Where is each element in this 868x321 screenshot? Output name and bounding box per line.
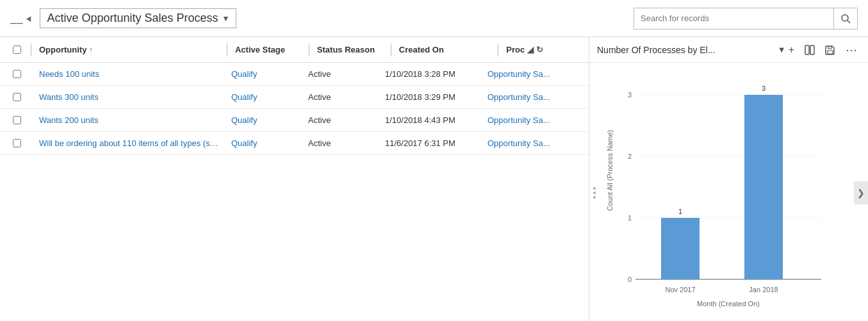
row-divider-3 <box>31 137 31 150</box>
chart-title-dropdown-icon[interactable]: ▼ <box>778 45 786 54</box>
table-row: Wants 200 units Qualify Active 1/10/2018… <box>0 109 589 132</box>
col-divider-3 <box>391 44 391 56</box>
col-header-process-label: Proc <box>506 45 525 54</box>
svg-line-1 <box>848 21 850 23</box>
search-input[interactable] <box>634 13 833 23</box>
col-header-active-stage[interactable]: Active Stage <box>230 45 306 54</box>
row-divider-0 <box>31 68 31 81</box>
chart-bar-jan2018 <box>744 95 783 279</box>
chart-svg: Count All (Process Name) 0 1 2 3 <box>603 68 840 318</box>
col-divider-4 <box>498 44 498 56</box>
table-header: Opportunity ↑ Active Stage Status Reason… <box>0 37 589 63</box>
col-sort-opportunity-icon: ↑ <box>89 46 92 53</box>
svg-text:3: 3 <box>627 91 631 99</box>
expand-panel-button[interactable]: ❯ <box>854 181 868 204</box>
row-active-stage-1[interactable]: Qualify <box>226 92 303 102</box>
select-all-checkbox-container[interactable] <box>5 45 28 54</box>
col-header-status-reason-label: Status Reason <box>317 45 375 54</box>
x-axis-label: Month (Created On) <box>697 300 760 308</box>
row-process-3[interactable]: Opportunity Sa... <box>482 138 566 148</box>
x-label-jan2018: Jan 2018 <box>749 286 778 293</box>
svg-rect-2 <box>805 45 809 54</box>
row-opportunity-2[interactable]: Wants 200 units <box>34 115 226 125</box>
svg-rect-5 <box>828 46 831 49</box>
svg-text:1: 1 <box>678 208 682 215</box>
chart-save-button[interactable] <box>823 44 838 56</box>
row-checkbox-2[interactable] <box>5 116 28 124</box>
table-row: Wants 300 units Qualify Active 1/10/2018… <box>0 86 589 109</box>
chart-add-button[interactable]: + <box>786 43 797 57</box>
x-label-nov2017: Nov 2017 <box>665 286 695 293</box>
header-title-dropdown-icon[interactable]: ▼ <box>222 14 230 23</box>
chart-header: Number Of Processes by El... ▼ + ⋯ <box>589 37 868 63</box>
col-header-opportunity[interactable]: Opportunity ↑ <box>34 45 224 54</box>
row-select-checkbox-1[interactable] <box>13 93 21 101</box>
row-process-0[interactable]: Opportunity Sa... <box>482 69 566 79</box>
row-select-checkbox-2[interactable] <box>13 116 21 124</box>
row-checkbox-3[interactable] <box>5 139 28 147</box>
col-header-active-stage-label: Active Stage <box>235 45 285 54</box>
grid-panel: Opportunity ↑ Active Stage Status Reason… <box>0 37 589 321</box>
row-status-reason-0: Active <box>303 69 380 79</box>
table-row: Needs 100 units Qualify Active 1/10/2018… <box>0 63 589 86</box>
chart-svg-container: Count All (Process Name) 0 1 2 3 <box>594 68 849 318</box>
chart-more-button[interactable]: ⋯ <box>843 42 860 58</box>
chart-title: Number Of Processes by El... <box>597 45 775 55</box>
table-row: Will be ordering about 110 items of all … <box>0 132 589 155</box>
main-content: Opportunity ↑ Active Stage Status Reason… <box>0 37 868 321</box>
select-all-checkbox[interactable] <box>13 45 21 54</box>
row-opportunity-0[interactable]: Needs 100 units <box>34 69 226 79</box>
row-created-on-0: 1/10/2018 3:28 PM <box>380 69 482 79</box>
row-status-reason-2: Active <box>303 115 380 125</box>
row-checkbox-1[interactable] <box>5 93 28 101</box>
y-axis-label: Count All (Process Name) <box>606 130 614 211</box>
chart-panel: Number Of Processes by El... ▼ + ⋯ <box>589 37 868 321</box>
svg-text:0: 0 <box>627 276 631 283</box>
col-header-opportunity-label: Opportunity <box>39 45 86 54</box>
chart-drag-handle[interactable] <box>593 187 596 199</box>
svg-point-0 <box>842 15 848 21</box>
row-created-on-1: 1/10/2018 3:29 PM <box>380 92 482 102</box>
header-title: Active Opportunity Sales Process <box>47 12 218 25</box>
svg-text:1: 1 <box>627 214 631 222</box>
svg-text:2: 2 <box>627 152 631 160</box>
row-divider-2 <box>31 114 31 127</box>
col-divider-2 <box>309 44 309 56</box>
col-header-created-on[interactable]: Created On <box>394 45 495 54</box>
row-created-on-2: 1/10/2018 4:43 PM <box>380 115 482 125</box>
row-checkbox-0[interactable] <box>5 70 28 78</box>
row-select-checkbox-0[interactable] <box>13 70 21 78</box>
header-title-container: Active Opportunity Sales Process ▼ <box>40 8 236 28</box>
chart-toolbar: + ⋯ <box>786 42 860 58</box>
col-divider-0 <box>31 44 31 56</box>
svg-text:3: 3 <box>761 85 765 92</box>
row-process-1[interactable]: Opportunity Sa... <box>482 92 566 102</box>
col-divider-1 <box>227 44 227 56</box>
chart-layout-button[interactable] <box>802 44 817 56</box>
col-header-process[interactable]: Proc ◢ ↻ <box>501 45 584 54</box>
filter-icon[interactable]: ◢ <box>527 45 534 54</box>
refresh-icon[interactable]: ↻ <box>536 45 543 54</box>
row-active-stage-2[interactable]: Qualify <box>226 115 303 125</box>
row-active-stage-0[interactable]: Qualify <box>226 69 303 79</box>
nav-back-icon[interactable]: ⎯⎯ ◀ <box>10 13 32 24</box>
search-container <box>634 8 858 29</box>
row-created-on-3: 11/6/2017 6:31 PM <box>380 138 482 148</box>
svg-rect-4 <box>828 51 833 54</box>
row-process-2[interactable]: Opportunity Sa... <box>482 115 566 125</box>
row-status-reason-1: Active <box>303 92 380 102</box>
row-opportunity-1[interactable]: Wants 300 units <box>34 92 226 102</box>
row-opportunity-3[interactable]: Will be ordering about 110 items of all … <box>34 138 226 148</box>
row-active-stage-3[interactable]: Qualify <box>226 138 303 148</box>
table-body: Needs 100 units Qualify Active 1/10/2018… <box>0 63 589 321</box>
row-status-reason-3: Active <box>303 138 380 148</box>
header-bar: ⎯⎯ ◀ Active Opportunity Sales Process ▼ <box>0 0 868 37</box>
chart-content: Count All (Process Name) 0 1 2 3 <box>589 63 868 321</box>
row-divider-1 <box>31 91 31 104</box>
search-button[interactable] <box>833 8 857 29</box>
row-select-checkbox-3[interactable] <box>13 139 21 147</box>
svg-rect-3 <box>810 45 814 54</box>
col-header-status-reason[interactable]: Status Reason <box>312 45 388 54</box>
col-header-created-on-label: Created On <box>399 45 444 54</box>
chart-bar-nov2017 <box>661 218 700 279</box>
